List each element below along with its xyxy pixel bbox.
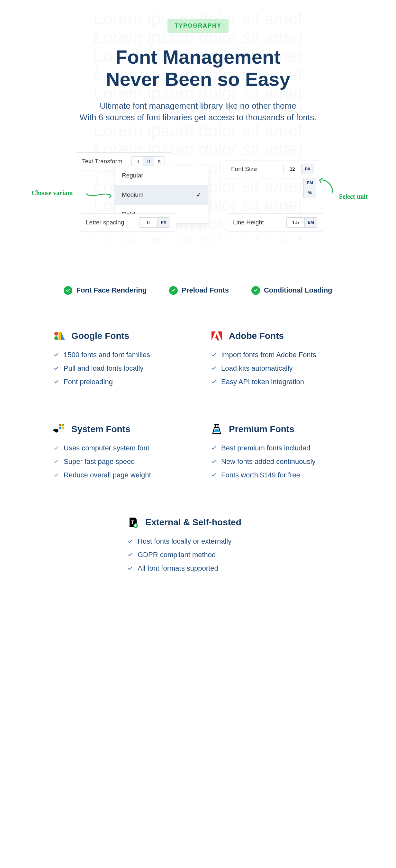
text-transform-label: Text Transform (82, 158, 131, 165)
feature-font-face-rendering: Font Face Rendering (64, 286, 147, 295)
variant-option-medium[interactable]: Medium ✓ (115, 185, 208, 205)
font-size-label: Font Size (231, 165, 283, 173)
svg-rect-1 (59, 332, 61, 340)
source-google-fonts: Google Fonts 1500 fonts and font familie… (53, 330, 185, 391)
font-size-unit-button[interactable]: PX (301, 164, 314, 174)
text-transform-option-lowercase[interactable]: tt (154, 157, 164, 166)
font-size-unit-em[interactable]: EM (303, 178, 316, 188)
font-size-input[interactable] (283, 164, 301, 174)
font-sources-grid: Google Fonts 1500 fonts and font familie… (53, 330, 343, 578)
letter-spacing-unit-button[interactable]: PX (157, 217, 170, 227)
subtitle: Ultimate font management library like no… (0, 100, 396, 123)
source-external-self-hosted: T External & Self-hosted Host fonts loca… (53, 517, 343, 578)
source-adobe-fonts: Adobe Fonts Import fonts from Adobe Font… (211, 330, 343, 391)
letter-spacing-input[interactable] (139, 217, 157, 227)
font-size-card: Font Size PX (225, 160, 320, 178)
source-system-fonts: System Fonts Uses computer system font S… (53, 424, 185, 485)
system-fonts-icon (53, 424, 65, 435)
premium-fonts-icon (211, 424, 222, 435)
variant-option-regular[interactable]: Regular (115, 166, 208, 185)
svg-rect-3 (59, 424, 61, 426)
line-height-label: Line Height (233, 219, 286, 226)
source-premium-fonts: Premium Fonts Best premium fonts include… (211, 424, 343, 485)
svg-point-0 (54, 332, 58, 336)
arrow-icon (86, 190, 115, 200)
google-fonts-icon (53, 330, 65, 342)
line-height-card: Line Height EM (227, 214, 323, 231)
adobe-fonts-icon (211, 330, 222, 342)
category-badge: TYPOGRAPHY (167, 19, 229, 33)
check-circle-icon (64, 286, 72, 295)
font-size-unit-percent[interactable]: % (303, 188, 316, 198)
line-height-input[interactable] (286, 217, 304, 227)
text-transform-option-capitalize[interactable]: Tt (143, 157, 154, 166)
typography-demo-panel: Text Transform TT Tt tt Font Size PX EM … (66, 152, 330, 262)
external-fonts-icon: T (127, 517, 139, 528)
feature-preload-fonts: Preload Fonts (169, 286, 229, 295)
feature-conditional-loading: Conditional Loading (251, 286, 332, 295)
line-height-unit-button[interactable]: EM (304, 217, 317, 227)
svg-rect-6 (62, 427, 64, 429)
page-title: Font Management Never Been so Easy (0, 46, 396, 90)
letter-spacing-label: Letter spacing (86, 219, 139, 226)
text-transform-option-uppercase[interactable]: TT (132, 157, 143, 166)
check-icon: ✓ (196, 191, 202, 199)
arrow-icon (317, 178, 336, 197)
letter-spacing-card: Letter spacing PX (80, 214, 176, 231)
feature-row: Font Face Rendering Preload Fonts Condit… (0, 286, 396, 295)
svg-rect-4 (62, 424, 64, 426)
annotation-choose-variant: Choose variant (31, 189, 73, 197)
text-transform-segmented[interactable]: TT Tt tt (131, 156, 165, 166)
annotation-select-unit: Select unit (339, 193, 368, 200)
svg-point-2 (54, 336, 58, 340)
check-circle-icon (169, 286, 178, 295)
font-size-unit-dropdown[interactable]: EM % (303, 178, 316, 198)
svg-rect-5 (59, 427, 61, 429)
check-circle-icon (251, 286, 260, 295)
svg-text:T: T (131, 520, 134, 525)
